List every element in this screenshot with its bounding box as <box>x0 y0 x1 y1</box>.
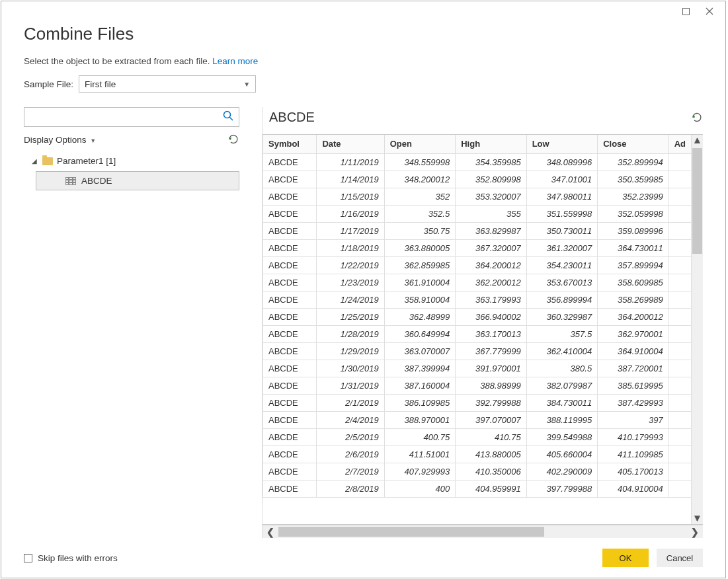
table-cell <box>668 342 691 360</box>
ok-button[interactable]: OK <box>602 549 649 567</box>
table-row[interactable]: ABCDE2/6/2019411.51001413.880005405.6600… <box>263 445 692 463</box>
scroll-right-icon[interactable]: ❯ <box>687 525 703 538</box>
scroll-thumb[interactable] <box>692 148 702 254</box>
table-cell: ABCDE <box>263 308 317 325</box>
table-cell: 400.75 <box>384 428 455 445</box>
table-cell <box>668 394 691 411</box>
data-table: SymbolDateOpenHighLowCloseAd ABCDE1/11/2… <box>263 135 691 498</box>
table-cell <box>668 153 691 171</box>
table-cell: 1/24/2019 <box>317 291 384 308</box>
dialog-subtitle: Select the object to be extracted from e… <box>24 56 703 66</box>
table-cell <box>668 325 691 342</box>
table-cell: 1/18/2019 <box>317 239 384 256</box>
table-cell: 363.829987 <box>456 222 526 239</box>
table-cell <box>668 291 691 308</box>
scroll-down-icon[interactable]: ⯆ <box>692 512 703 524</box>
table-row[interactable]: ABCDE1/11/2019348.559998354.359985348.08… <box>263 153 692 171</box>
scroll-up-icon[interactable]: ⯅ <box>692 135 703 147</box>
cancel-button[interactable]: Cancel <box>657 549 703 567</box>
table-cell: 407.929993 <box>384 463 455 480</box>
table-cell <box>668 480 691 497</box>
column-header[interactable]: Close <box>598 135 668 153</box>
table-row[interactable]: ABCDE1/28/2019360.649994363.170013357.53… <box>263 325 692 342</box>
table-row[interactable]: ABCDE2/1/2019386.109985392.799988384.730… <box>263 394 692 411</box>
navigator-tree: ◢ Parameter1 [1] ABCDE <box>24 152 239 190</box>
close-button[interactable] <box>699 3 720 19</box>
table-row[interactable]: ABCDE1/18/2019363.880005367.320007361.32… <box>263 239 692 256</box>
skip-errors-checkbox[interactable]: Skip files with errors <box>24 553 118 563</box>
refresh-button[interactable] <box>227 134 239 145</box>
table-row[interactable]: ABCDE1/31/2019387.160004388.98999382.079… <box>263 377 692 394</box>
table-cell <box>668 411 691 428</box>
table-row[interactable]: ABCDE2/7/2019407.929993410.350006402.290… <box>263 463 692 480</box>
table-cell: ABCDE <box>263 342 317 360</box>
tree-item-selected[interactable]: ABCDE <box>36 171 239 190</box>
refresh-icon <box>228 134 239 145</box>
footer-buttons: OK Cancel <box>602 549 703 567</box>
dialog-footer: Skip files with errors OK Cancel <box>1 538 725 578</box>
table-cell <box>668 445 691 463</box>
vertical-scrollbar[interactable]: ⯅ ⯆ <box>691 135 703 524</box>
table-row[interactable]: ABCDE2/8/2019400404.959991397.799988404.… <box>263 480 692 497</box>
maximize-button[interactable] <box>675 3 696 19</box>
column-header[interactable]: Low <box>526 135 597 153</box>
collapse-icon[interactable]: ◢ <box>32 157 38 165</box>
table-cell: 353.670013 <box>526 274 597 291</box>
table-cell: 359.089996 <box>598 222 668 239</box>
table-row[interactable]: ABCDE1/17/2019350.75363.829987350.730011… <box>263 222 692 239</box>
table-cell: 364.200012 <box>456 256 526 274</box>
table-row[interactable]: ABCDE2/5/2019400.75410.75399.549988410.1… <box>263 428 692 445</box>
tree-folder[interactable]: ◢ Parameter1 [1] <box>24 152 239 170</box>
table-row[interactable]: ABCDE1/15/2019352353.320007347.980011352… <box>263 188 692 205</box>
table-row[interactable]: ABCDE1/30/2019387.399994391.970001380.53… <box>263 360 692 377</box>
table-cell: ABCDE <box>263 239 317 256</box>
table-row[interactable]: ABCDE1/16/2019352.5355351.559998352.0599… <box>263 205 692 222</box>
horizontal-scrollbar[interactable]: ❮ ❯ <box>263 525 703 538</box>
preview-refresh-button[interactable] <box>691 112 703 124</box>
table-cell: ABCDE <box>263 463 317 480</box>
table-row[interactable]: ABCDE1/14/2019348.200012352.809998347.01… <box>263 171 692 188</box>
table-row[interactable]: ABCDE1/23/2019361.910004362.200012353.67… <box>263 274 692 291</box>
column-header[interactable]: Symbol <box>263 135 317 153</box>
column-header[interactable]: Date <box>317 135 384 153</box>
table-row[interactable]: ABCDE1/22/2019362.859985364.200012354.23… <box>263 256 692 274</box>
scroll-left-icon[interactable]: ❮ <box>263 525 278 538</box>
table-cell: ABCDE <box>263 428 317 445</box>
table-cell: 1/25/2019 <box>317 308 384 325</box>
table-cell: ABCDE <box>263 360 317 377</box>
column-header[interactable]: Ad <box>668 135 691 153</box>
table-cell: 363.170013 <box>456 325 526 342</box>
table-row[interactable]: ABCDE2/4/2019388.970001397.070007388.119… <box>263 411 692 428</box>
table-cell: 385.619995 <box>598 377 668 394</box>
checkbox-box[interactable] <box>24 554 32 562</box>
learn-more-link[interactable]: Learn more <box>212 56 258 66</box>
search-box[interactable] <box>24 107 239 127</box>
table-cell: 2/5/2019 <box>317 428 384 445</box>
column-header[interactable]: Open <box>384 135 455 153</box>
table-cell: 387.399994 <box>384 360 455 377</box>
sample-file-dropdown[interactable]: First file ▼ <box>79 75 256 93</box>
column-header[interactable]: High <box>456 135 526 153</box>
grid-body[interactable]: SymbolDateOpenHighLowCloseAd ABCDE1/11/2… <box>263 135 691 524</box>
table-cell: 347.01001 <box>526 171 597 188</box>
table-cell: ABCDE <box>263 188 317 205</box>
table-cell: 362.970001 <box>598 325 668 342</box>
hscroll-thumb[interactable] <box>278 527 544 537</box>
skip-errors-label: Skip files with errors <box>38 553 118 563</box>
search-input[interactable] <box>30 112 220 123</box>
table-cell <box>668 188 691 205</box>
table-row[interactable]: ABCDE1/29/2019363.070007367.779999362.41… <box>263 342 692 360</box>
table-cell: 397 <box>598 411 668 428</box>
table-row[interactable]: ABCDE1/25/2019362.48999366.940002360.329… <box>263 308 692 325</box>
table-cell: 405.660004 <box>526 445 597 463</box>
search-icon[interactable] <box>220 110 236 124</box>
table-cell: 388.119995 <box>526 411 597 428</box>
display-options-dropdown[interactable]: Display Options ▼ <box>24 135 96 145</box>
table-cell: 364.730011 <box>598 239 668 256</box>
table-cell: ABCDE <box>263 222 317 239</box>
table-row[interactable]: ABCDE1/24/2019358.910004363.179993356.89… <box>263 291 692 308</box>
table-cell: 2/6/2019 <box>317 445 384 463</box>
table-cell: 411.51001 <box>384 445 455 463</box>
table-icon <box>65 177 76 185</box>
hscroll-track[interactable] <box>278 525 687 538</box>
